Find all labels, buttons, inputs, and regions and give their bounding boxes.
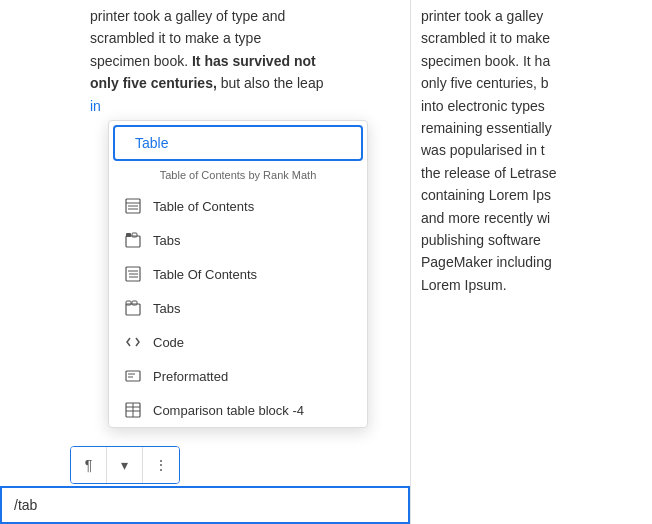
right-text: printer took a galley scrambled it to ma… [421, 0, 642, 296]
command-input-area [0, 486, 410, 524]
right-column: printer took a galley scrambled it to ma… [410, 0, 652, 524]
right-line6: remaining essentially [421, 117, 642, 139]
more-options-button[interactable]: ⋮ [143, 447, 179, 483]
bottom-toolbar: ¶ ▾ ⋮ [70, 446, 180, 484]
dropdown-item-code[interactable]: Code [109, 325, 367, 359]
right-line2: scrambled it to make [421, 27, 642, 49]
right-line5: into electronic types [421, 95, 642, 117]
tabs-icon [123, 230, 143, 250]
right-line8: the release of Letrase [421, 162, 642, 184]
right-line1: printer took a galley [421, 5, 642, 27]
dots-icon: ⋮ [154, 457, 168, 473]
dropdown-item-compare[interactable]: Comparison table block -4 [109, 393, 367, 427]
chevron-down-icon: ▾ [121, 457, 128, 473]
dropdown-selected-item[interactable]: Table [113, 125, 363, 161]
dropdown-subtitle: Table of Contents by Rank Math [109, 165, 367, 189]
command-input[interactable] [14, 497, 396, 513]
svg-rect-19 [126, 371, 140, 381]
dropdown-item-toc2[interactable]: Table Of Contents [109, 257, 367, 291]
editor-area: printer took a galley of type and scramb… [0, 0, 652, 524]
tabs2-icon [123, 298, 143, 318]
dropdown-item-label: Table Of Contents [153, 267, 257, 282]
dropdown-item-pre[interactable]: Preformatted [109, 359, 367, 393]
toc2-icon [123, 264, 143, 284]
right-line10: and more recently wi [421, 207, 642, 229]
svg-rect-10 [126, 233, 131, 237]
left-column: printer took a galley of type and scramb… [0, 0, 410, 524]
right-line11: publishing software [421, 229, 642, 251]
dropdown-item-label: Preformatted [153, 369, 228, 384]
toc-icon [123, 196, 143, 216]
paragraph-button[interactable]: ¶ [71, 447, 107, 483]
right-line3: specimen book. It ha [421, 50, 642, 72]
svg-rect-9 [126, 236, 140, 247]
dropdown-item-tabs-2[interactable]: Tabs [109, 291, 367, 325]
right-line7: was popularised in t [421, 139, 642, 161]
paragraph-icon: ¶ [85, 457, 93, 473]
code-icon [123, 332, 143, 352]
dropdown-item-label: Table of Contents [153, 199, 254, 214]
chevron-button[interactable]: ▾ [107, 447, 143, 483]
right-line4: only five centuries, b [421, 72, 642, 94]
pre-icon [123, 366, 143, 386]
dropdown-item-label: Tabs [153, 233, 180, 248]
dropdown-item-label: Tabs [153, 301, 180, 316]
dropdown-menu: Table Table of Contents by Rank Math Tab… [108, 120, 368, 428]
dropdown-item-label: Comparison table block -4 [153, 403, 304, 418]
svg-rect-16 [126, 304, 140, 315]
compare-icon [123, 400, 143, 420]
right-line12: PageMaker including [421, 251, 642, 273]
dropdown-item-label: Code [153, 335, 184, 350]
dropdown-item-tabs-1[interactable]: Tabs [109, 223, 367, 257]
dropdown-header-label: Table [135, 135, 168, 151]
dropdown-item-toc[interactable]: Table of Contents [109, 189, 367, 223]
right-line13: Lorem Ipsum. [421, 274, 642, 296]
right-line9: containing Lorem Ips [421, 184, 642, 206]
left-text-content: printer took a galley of type and scramb… [90, 0, 390, 117]
